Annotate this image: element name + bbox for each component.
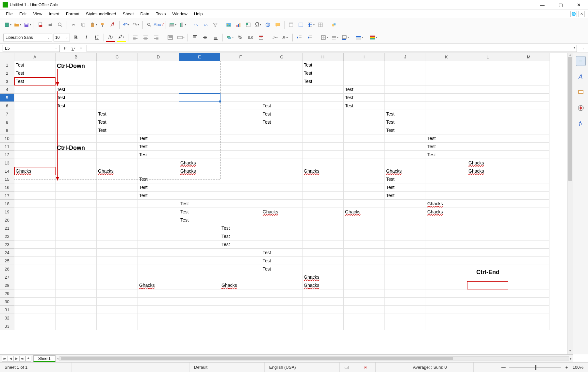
print-button[interactable] xyxy=(46,21,55,29)
cell-L20[interactable] xyxy=(467,216,508,224)
cell-E4[interactable] xyxy=(179,85,220,94)
cell-A12[interactable] xyxy=(14,151,56,159)
cell-C5[interactable] xyxy=(97,94,138,102)
cell-H3[interactable]: Test xyxy=(302,77,344,85)
cell-L30[interactable] xyxy=(467,298,508,306)
cell-J31[interactable] xyxy=(385,306,426,314)
clear-formatting-button[interactable]: A xyxy=(108,21,117,29)
cell-L14[interactable]: Ghacks xyxy=(467,167,508,175)
cell-M1[interactable] xyxy=(508,61,549,69)
cell-C8[interactable]: Test xyxy=(97,118,138,126)
vscroll-thumb[interactable] xyxy=(568,57,572,181)
row-header-6[interactable]: 6 xyxy=(0,102,14,110)
cell-B18[interactable] xyxy=(56,200,97,208)
undo-button[interactable]: ↶ xyxy=(122,21,130,29)
cell-B20[interactable] xyxy=(56,216,97,224)
cell-L10[interactable] xyxy=(467,134,508,143)
cell-A14[interactable]: Ghacks xyxy=(14,167,56,175)
cell-B25[interactable] xyxy=(56,257,97,265)
cell-M29[interactable] xyxy=(508,289,549,298)
cell-G4[interactable] xyxy=(261,85,302,94)
row-header-20[interactable]: 20 xyxy=(0,216,14,224)
cell-I26[interactable] xyxy=(344,265,385,273)
row-header-22[interactable]: 22 xyxy=(0,232,14,240)
remove-decimal-button[interactable]: .0→ xyxy=(281,33,290,42)
col-header-J[interactable]: J xyxy=(385,53,426,61)
align-middle-button[interactable] xyxy=(201,33,210,42)
border-color-button[interactable] xyxy=(340,33,350,42)
cell-M17[interactable] xyxy=(508,192,549,200)
cell-I21[interactable] xyxy=(344,224,385,232)
cell-G25[interactable]: Test xyxy=(261,257,302,265)
cell-I15[interactable] xyxy=(344,175,385,183)
increase-indent-button[interactable] xyxy=(295,33,304,42)
cell-L22[interactable] xyxy=(467,232,508,240)
cell-B22[interactable] xyxy=(56,232,97,240)
cell-L4[interactable] xyxy=(467,85,508,94)
cell-K2[interactable] xyxy=(426,69,467,77)
col-header-F[interactable]: F xyxy=(220,53,261,61)
insert-image-button[interactable] xyxy=(224,21,233,29)
cell-H12[interactable] xyxy=(302,151,344,159)
cell-K14[interactable] xyxy=(426,167,467,175)
row-header-12[interactable]: 12 xyxy=(0,151,14,159)
cell-M16[interactable] xyxy=(508,183,549,192)
row-header-1[interactable]: 1 xyxy=(0,61,14,69)
cell-F31[interactable] xyxy=(220,306,261,314)
add-sheet-button[interactable]: + xyxy=(25,356,31,362)
spellcheck-button[interactable]: Abc✓ xyxy=(155,21,163,29)
menu-window[interactable]: Window xyxy=(170,10,190,17)
cell-A26[interactable] xyxy=(14,265,56,273)
cell-D16[interactable]: Test xyxy=(138,183,179,192)
sidebar-navigator-icon[interactable] xyxy=(576,103,586,113)
cell-C1[interactable] xyxy=(97,61,138,69)
cell-E1[interactable] xyxy=(179,61,220,69)
column-headers[interactable]: ABCDEFGHIJKLM xyxy=(14,53,567,61)
close-doc-icon[interactable]: ✕ xyxy=(578,11,585,17)
cell-C25[interactable] xyxy=(97,257,138,265)
cell-D7[interactable] xyxy=(138,110,179,118)
cell-B19[interactable] xyxy=(56,208,97,216)
cell-C4[interactable] xyxy=(97,85,138,94)
cell-I14[interactable] xyxy=(344,167,385,175)
menu-help[interactable]: Help xyxy=(191,10,205,17)
row-header-15[interactable]: 15 xyxy=(0,175,14,183)
cell-M30[interactable] xyxy=(508,298,549,306)
cell-M3[interactable] xyxy=(508,77,549,85)
cell-L27[interactable] xyxy=(467,273,508,281)
cell-D33[interactable] xyxy=(138,322,179,330)
col-header-L[interactable]: L xyxy=(467,53,508,61)
cell-B3[interactable] xyxy=(56,77,97,85)
cell-K6[interactable] xyxy=(426,102,467,110)
cell-D3[interactable] xyxy=(138,77,179,85)
cell-L8[interactable] xyxy=(467,118,508,126)
cell-G16[interactable] xyxy=(261,183,302,192)
cell-A32[interactable] xyxy=(14,314,56,322)
cell-F15[interactable] xyxy=(220,175,261,183)
cell-D10[interactable]: Test xyxy=(138,134,179,143)
cell-G21[interactable] xyxy=(261,224,302,232)
cell-C17[interactable] xyxy=(97,192,138,200)
cell-E16[interactable] xyxy=(179,183,220,192)
cell-E13[interactable]: Ghacks xyxy=(179,159,220,167)
cell-K20[interactable] xyxy=(426,216,467,224)
cell-J16[interactable]: Test xyxy=(385,183,426,192)
cell-G33[interactable] xyxy=(261,322,302,330)
insert-comment-button[interactable] xyxy=(273,21,282,29)
cell-J24[interactable] xyxy=(385,249,426,257)
cell-A10[interactable] xyxy=(14,134,56,143)
menu-file[interactable]: File xyxy=(3,10,15,17)
cell-B31[interactable] xyxy=(56,306,97,314)
cell-H24[interactable] xyxy=(302,249,344,257)
menu-sheet[interactable]: Sheet xyxy=(120,10,137,17)
date-button[interactable]: 7 xyxy=(256,33,266,42)
cell-I1[interactable] xyxy=(344,61,385,69)
cell-G31[interactable] xyxy=(261,306,302,314)
row-header-4[interactable]: 4 xyxy=(0,85,14,94)
define-print-area-button[interactable] xyxy=(297,21,305,29)
cell-D8[interactable] xyxy=(138,118,179,126)
cell-H9[interactable] xyxy=(302,126,344,134)
col-header-G[interactable]: G xyxy=(261,53,302,61)
cell-F27[interactable] xyxy=(220,273,261,281)
cell-C14[interactable]: Ghacks xyxy=(97,167,138,175)
